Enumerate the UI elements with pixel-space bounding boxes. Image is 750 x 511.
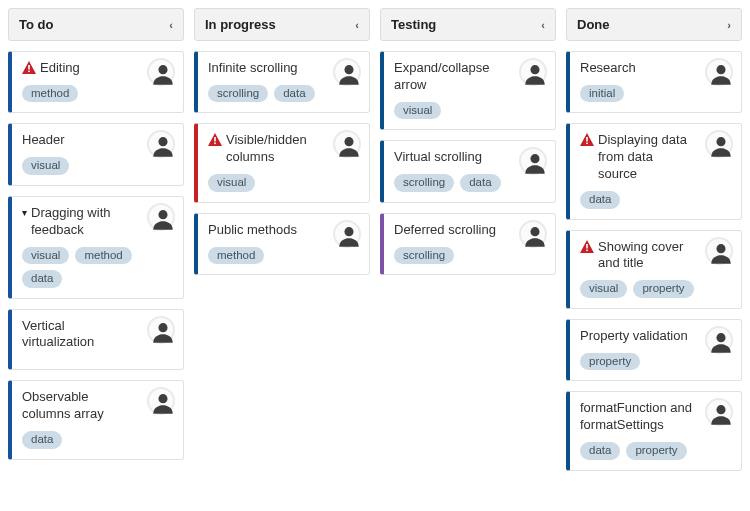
svg-rect-19 <box>586 244 588 249</box>
column-title: Testing <box>391 17 436 32</box>
tag[interactable]: property <box>580 353 640 371</box>
kanban-column: Done›ResearchinitialDisplaying data from… <box>566 8 742 481</box>
tag[interactable]: data <box>580 191 620 209</box>
svg-point-23 <box>716 405 725 414</box>
card-title: Virtual scrolling <box>394 149 482 166</box>
tag-list: initial <box>580 85 731 103</box>
avatar <box>705 398 733 426</box>
tag-list: scrollingdata <box>394 174 545 192</box>
svg-rect-16 <box>586 137 588 142</box>
chevron-icon[interactable]: ‹ <box>355 19 359 31</box>
card-title: Observable columns array <box>22 389 137 423</box>
card-title: formatFunction and formatSettings <box>580 400 695 434</box>
avatar <box>333 130 361 158</box>
warning-icon <box>208 133 222 146</box>
tag-list: dataproperty <box>580 442 731 460</box>
tag[interactable]: data <box>460 174 500 192</box>
kanban-card[interactable]: Observable columns arraydata <box>8 380 184 459</box>
svg-rect-0 <box>28 65 30 70</box>
card-title: Header <box>22 132 65 149</box>
avatar <box>147 130 175 158</box>
column-header[interactable]: In progress‹ <box>194 8 370 41</box>
kanban-board: To do‹EditingmethodHeadervisual▾Dragging… <box>8 8 742 481</box>
tag[interactable]: method <box>208 247 264 265</box>
kanban-card[interactable]: ▾Dragging with feedbackvisualmethoddata <box>8 196 184 299</box>
chevron-icon[interactable]: › <box>727 19 731 31</box>
kanban-card[interactable]: Public methodsmethod <box>194 213 370 275</box>
svg-rect-1 <box>28 71 30 73</box>
svg-point-5 <box>158 323 167 332</box>
kanban-card[interactable]: Headervisual <box>8 123 184 185</box>
tag[interactable]: scrolling <box>394 174 454 192</box>
kanban-card[interactable]: Infinite scrollingscrollingdata <box>194 51 370 113</box>
kanban-card[interactable]: Displaying data from data sourcedata <box>566 123 742 219</box>
kanban-column: In progress‹Infinite scrollingscrollingd… <box>194 8 370 285</box>
tag[interactable]: visual <box>580 280 627 298</box>
svg-point-7 <box>344 65 353 74</box>
kanban-card[interactable]: Showing cover and titlevisualproperty <box>566 230 742 309</box>
kanban-card[interactable]: Visible/hidden columnsvisual <box>194 123 370 202</box>
tag[interactable]: data <box>580 442 620 460</box>
kanban-column: To do‹EditingmethodHeadervisual▾Dragging… <box>8 8 184 470</box>
kanban-card[interactable]: formatFunction and formatSettingsdatapro… <box>566 391 742 470</box>
svg-point-10 <box>344 138 353 147</box>
tag[interactable]: visual <box>22 247 69 265</box>
avatar <box>147 203 175 231</box>
card-title: Research <box>580 60 636 77</box>
avatar <box>147 316 175 344</box>
svg-point-4 <box>158 210 167 219</box>
svg-point-11 <box>344 227 353 236</box>
tag-list: method <box>22 85 173 103</box>
tag[interactable]: visual <box>22 157 69 175</box>
svg-rect-8 <box>214 137 216 142</box>
tag[interactable]: data <box>274 85 314 103</box>
kanban-card[interactable]: Researchinitial <box>566 51 742 113</box>
svg-point-6 <box>158 394 167 403</box>
kanban-card[interactable]: Expand/collapse arrowvisual <box>380 51 556 130</box>
avatar <box>147 387 175 415</box>
kanban-card[interactable]: Editingmethod <box>8 51 184 113</box>
kanban-card[interactable]: Vertical virtualization <box>8 309 184 371</box>
svg-point-13 <box>530 154 539 163</box>
tag[interactable]: initial <box>580 85 624 103</box>
chevron-icon[interactable]: ‹ <box>169 19 173 31</box>
tag-list: data <box>22 431 173 449</box>
tag[interactable]: property <box>633 280 693 298</box>
svg-rect-17 <box>586 143 588 145</box>
column-title: In progress <box>205 17 276 32</box>
tag[interactable]: method <box>22 85 78 103</box>
tag[interactable]: scrolling <box>394 247 454 265</box>
kanban-card[interactable]: Virtual scrollingscrollingdata <box>380 140 556 202</box>
svg-point-18 <box>716 138 725 147</box>
kanban-card[interactable]: Deferred scrollingscrolling <box>380 213 556 275</box>
tag-list: visualproperty <box>580 280 731 298</box>
svg-point-22 <box>716 333 725 342</box>
card-title: Visible/hidden columns <box>226 132 323 166</box>
card-title: Vertical virtualization <box>22 318 137 352</box>
tag-list: scrollingdata <box>208 85 359 103</box>
avatar <box>333 58 361 86</box>
card-title: Showing cover and title <box>598 239 695 273</box>
tag[interactable]: visual <box>208 174 255 192</box>
tag[interactable]: property <box>626 442 686 460</box>
card-title: Public methods <box>208 222 297 239</box>
tag[interactable]: visual <box>394 102 441 120</box>
tag[interactable]: data <box>22 431 62 449</box>
column-header[interactable]: To do‹ <box>8 8 184 41</box>
column-header[interactable]: Testing‹ <box>380 8 556 41</box>
card-title: Expand/collapse arrow <box>394 60 509 94</box>
tag[interactable]: data <box>22 270 62 288</box>
svg-rect-20 <box>586 249 588 251</box>
svg-point-3 <box>158 138 167 147</box>
card-title: Dragging with feedback <box>31 205 137 239</box>
avatar <box>333 220 361 248</box>
card-title: Infinite scrolling <box>208 60 298 77</box>
column-header[interactable]: Done› <box>566 8 742 41</box>
warning-icon <box>22 61 36 74</box>
chevron-icon[interactable]: ‹ <box>541 19 545 31</box>
tag-list: visualmethoddata <box>22 247 173 288</box>
tag[interactable]: method <box>75 247 131 265</box>
avatar <box>519 58 547 86</box>
kanban-card[interactable]: Property validationproperty <box>566 319 742 381</box>
tag[interactable]: scrolling <box>208 85 268 103</box>
